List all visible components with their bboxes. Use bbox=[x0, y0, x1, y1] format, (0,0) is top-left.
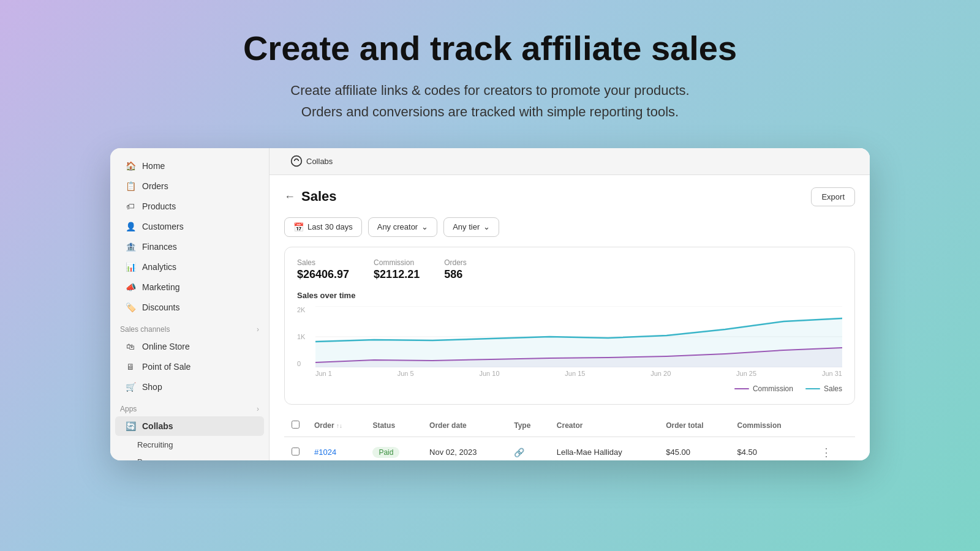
sidebar-label-orders: Orders bbox=[142, 181, 168, 191]
creator-filter-label: Any creator bbox=[377, 222, 418, 231]
col-status: Status bbox=[365, 414, 422, 437]
sidebar-item-home[interactable]: 🏠 Home bbox=[115, 156, 264, 176]
col-order-total: Order total bbox=[658, 414, 729, 437]
page-title: Sales bbox=[301, 189, 337, 204]
select-all-checkbox[interactable] bbox=[292, 421, 300, 429]
sidebar-label-recruiting: Recruiting bbox=[137, 440, 173, 449]
sidebar-item-programs[interactable]: Programs bbox=[115, 454, 264, 460]
stat-orders-label: Orders bbox=[444, 258, 467, 267]
row-commission: $4.50 bbox=[730, 437, 810, 460]
chart-title: Sales over time bbox=[297, 291, 842, 300]
sidebar-label-marketing: Marketing bbox=[142, 282, 179, 292]
sidebar-label-home: Home bbox=[142, 161, 165, 171]
y-label-2k: 2K bbox=[297, 306, 315, 313]
col-order[interactable]: Order ↑↓ bbox=[307, 414, 365, 437]
chart-y-labels: 2K 1K 0 bbox=[297, 306, 315, 367]
creator-chevron-icon: ⌄ bbox=[421, 222, 428, 231]
main-content: Collabs ← Sales Export 📅 Last bbox=[270, 148, 870, 460]
stat-sales-value: $26406.97 bbox=[297, 268, 349, 281]
apps-section: Apps › bbox=[110, 397, 269, 416]
stat-commission-value: $2112.21 bbox=[374, 268, 420, 281]
x-label-jun25: Jun 25 bbox=[736, 370, 756, 377]
sidebar-label-collabs: Collabs bbox=[142, 421, 173, 431]
x-label-jun5: Jun 5 bbox=[398, 370, 414, 377]
col-commission: Commission bbox=[730, 414, 810, 437]
collabs-icon: 🔄 bbox=[125, 421, 136, 432]
sidebar-item-collabs[interactable]: 🔄 Collabs bbox=[115, 416, 264, 436]
sidebar-item-analytics[interactable]: 📊 Analytics bbox=[115, 257, 264, 277]
more-actions-button[interactable]: ⋮ bbox=[817, 444, 835, 460]
building-icon: 🏦 bbox=[125, 241, 136, 252]
sidebar-item-marketing[interactable]: 📣 Marketing bbox=[115, 277, 264, 297]
sidebar-item-online-store[interactable]: 🛍 Online Store bbox=[115, 337, 264, 356]
creator-filter[interactable]: Any creator ⌄ bbox=[368, 217, 437, 237]
calendar-icon: 📅 bbox=[293, 222, 304, 232]
sales-legend-line bbox=[805, 388, 820, 389]
sales-channels-label: Sales channels bbox=[120, 325, 170, 334]
chart-svg bbox=[315, 306, 842, 367]
row-checkbox[interactable] bbox=[292, 448, 300, 455]
sidebar-item-point-of-sale[interactable]: 🖥 Point of Sale bbox=[115, 357, 264, 377]
tier-filter[interactable]: Any tier ⌄ bbox=[443, 217, 499, 237]
tier-chevron-icon: ⌄ bbox=[483, 222, 490, 231]
stat-orders-value: 586 bbox=[444, 268, 467, 281]
legend-commission: Commission bbox=[734, 384, 793, 393]
export-button[interactable]: Export bbox=[811, 187, 855, 206]
col-status-label: Status bbox=[372, 421, 395, 430]
sidebar-label-analytics: Analytics bbox=[142, 262, 176, 272]
row-order-date: Nov 02, 2023 bbox=[422, 437, 507, 460]
row-status: Paid bbox=[365, 437, 422, 460]
status-badge: Paid bbox=[372, 447, 399, 458]
sidebar-item-finances[interactable]: 🏦 Finances bbox=[115, 237, 264, 257]
row-type: 🔗 bbox=[507, 437, 549, 460]
tab-collabs[interactable]: Collabs bbox=[282, 151, 341, 171]
hero-subtitle-line2: Orders and conversions are tracked with … bbox=[301, 104, 679, 119]
chart-area: 2K 1K 0 bbox=[297, 306, 842, 380]
x-label-jun10: Jun 10 bbox=[480, 370, 500, 377]
date-range-filter[interactable]: 📅 Last 30 days bbox=[284, 217, 362, 237]
sidebar-label-finances: Finances bbox=[142, 242, 177, 252]
col-checkbox bbox=[284, 414, 307, 437]
order-sort-icon: ↑↓ bbox=[336, 422, 342, 429]
col-order-date: Order date bbox=[422, 414, 507, 437]
sidebar-item-products[interactable]: 🏷 Products bbox=[115, 197, 264, 216]
table-body: #1024 Paid Nov 02, 2023 🔗 Lella-Mae Hall… bbox=[284, 437, 855, 460]
col-order-label: Order bbox=[314, 421, 334, 430]
sidebar-label-shop: Shop bbox=[142, 382, 162, 392]
sales-legend-label: Sales bbox=[824, 384, 842, 393]
y-label-0: 0 bbox=[297, 360, 315, 367]
row-more-actions: ⋮ bbox=[810, 437, 855, 460]
shop-icon: 🛒 bbox=[125, 381, 136, 392]
megaphone-icon: 📣 bbox=[125, 282, 136, 293]
orders-table: Order ↑↓ Status Order date Type bbox=[284, 414, 855, 460]
col-actions bbox=[810, 414, 855, 437]
col-commission-label: Commission bbox=[737, 421, 782, 430]
chart-svg-container bbox=[315, 306, 842, 367]
stat-sales-label: Sales bbox=[297, 258, 349, 267]
chevron-right-icon: › bbox=[257, 325, 259, 334]
col-creator: Creator bbox=[549, 414, 658, 437]
order-id-link[interactable]: #1024 bbox=[314, 448, 336, 457]
sidebar-item-shop[interactable]: 🛒 Shop bbox=[115, 377, 264, 397]
chart-icon: 📊 bbox=[125, 261, 136, 272]
col-type-label: Type bbox=[514, 421, 530, 430]
commission-legend-line bbox=[734, 388, 749, 389]
stats-card: Sales $26406.97 Commission $2112.21 Orde… bbox=[284, 247, 855, 405]
pos-icon: 🖥 bbox=[125, 361, 136, 372]
sidebar-item-orders[interactable]: 📋 Orders bbox=[115, 176, 264, 196]
legend-sales: Sales bbox=[805, 384, 842, 393]
sidebar-label-discounts: Discounts bbox=[142, 302, 179, 312]
tab-collabs-label: Collabs bbox=[306, 157, 333, 166]
discount-icon: 🏷️ bbox=[125, 302, 136, 313]
sidebar-item-recruiting[interactable]: Recruiting bbox=[115, 437, 264, 453]
sidebar-item-discounts[interactable]: 🏷️ Discounts bbox=[115, 298, 264, 317]
tier-filter-label: Any tier bbox=[453, 222, 480, 231]
filters-bar: 📅 Last 30 days Any creator ⌄ Any tier ⌄ bbox=[284, 217, 855, 237]
sidebar-item-customers[interactable]: 👤 Customers bbox=[115, 217, 264, 236]
back-button[interactable]: ← bbox=[284, 190, 295, 203]
col-creator-label: Creator bbox=[557, 421, 583, 430]
commission-legend-label: Commission bbox=[753, 384, 793, 393]
col-order-total-label: Order total bbox=[666, 421, 703, 430]
page-body: ← Sales Export 📅 Last 30 days Any creato… bbox=[270, 175, 870, 460]
tab-bar: Collabs bbox=[270, 148, 870, 175]
